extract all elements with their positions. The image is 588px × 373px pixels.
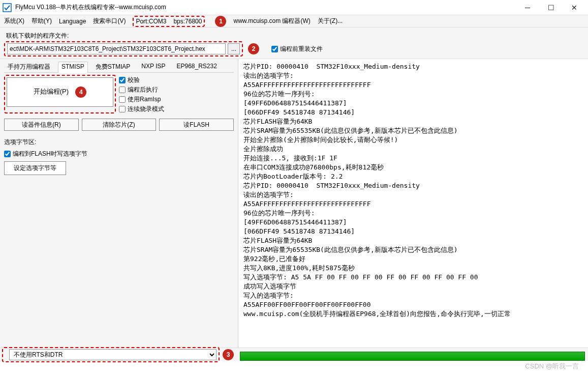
tabs: 手持万用编程器 STMISP 免费STMIAP NXP ISP EP968_RS… xyxy=(4,61,234,73)
set-option-bytes-button[interactable]: 设定选项字节等 xyxy=(4,161,66,175)
annotation-badge-4: 4 xyxy=(75,87,86,98)
minimize-button[interactable]: ─ xyxy=(516,0,539,15)
browse-button[interactable]: ... xyxy=(228,43,240,54)
combo-highlight: 不使用RTS和DTR xyxy=(2,347,220,362)
file-path-input[interactable] xyxy=(7,43,226,54)
program-row: 开始编程(P) 4 校验 编程后执行 使用RamIsp 连续烧录模式 xyxy=(4,75,234,113)
cb-verify[interactable]: 校验 xyxy=(119,76,164,84)
tab-stmisp[interactable]: STMISP xyxy=(58,62,88,73)
close-button[interactable]: ✕ xyxy=(563,0,586,15)
annotation-badge-1: 1 xyxy=(215,16,226,27)
dtr-rts-combo[interactable]: 不使用RTS和DTR xyxy=(9,349,216,360)
progress-bar xyxy=(240,352,585,361)
cb-ramisp[interactable]: 使用RamIsp xyxy=(119,95,164,104)
tab-nxpisp[interactable]: NXP ISP xyxy=(138,61,169,72)
log-panel[interactable]: 芯片PID: 00000410 STM32F10xxx_Medium-densi… xyxy=(238,59,588,348)
menu-search-port[interactable]: 搜索串口(V) xyxy=(93,17,126,25)
titlebar: FlyMcu V0.188--单片机在线编程专家--www.mcuisp.com… xyxy=(0,0,588,15)
menu-system[interactable]: 系统(X) xyxy=(4,17,24,25)
reload-checkbox[interactable] xyxy=(271,46,278,52)
watermark: CSDN @听我一言 xyxy=(525,362,579,371)
file-path-highlight: ... xyxy=(4,41,243,56)
left-panel: 手持万用编程器 STMISP 免费STMIAP NXP ISP EP968_RS… xyxy=(0,59,238,348)
port-bps-highlight: Port:COM3 bps:76800 xyxy=(133,16,205,27)
menu-language[interactable]: Language xyxy=(59,18,86,25)
read-info-button[interactable]: 读器件信息(R) xyxy=(4,119,79,131)
file-section: 联机下载时的程序文件: ... 2 编程前重装文件 xyxy=(0,27,588,59)
erase-chip-button[interactable]: 清除芯片(Z) xyxy=(82,119,157,131)
program-options: 校验 编程后执行 使用RamIsp 连续烧录模式 xyxy=(119,75,164,113)
maximize-button[interactable]: ☐ xyxy=(539,0,563,15)
file-label: 联机下载时的程序文件: xyxy=(6,32,584,40)
tab-stmiap[interactable]: 免费STMIAP xyxy=(92,61,134,72)
action-buttons-row: 读器件信息(R) 清除芯片(Z) 读FLASH xyxy=(4,119,234,131)
menu-programmer[interactable]: www.mcuisp.com 编程器(W) xyxy=(233,17,310,25)
start-program-label: 开始编程(P) xyxy=(34,88,69,95)
cb-continuous[interactable]: 连续烧录模式 xyxy=(119,105,164,113)
annotation-badge-2: 2 xyxy=(248,43,259,54)
tab-handheld[interactable]: 手持万用编程器 xyxy=(4,61,54,72)
app-icon xyxy=(2,3,12,13)
menu-about[interactable]: 关于(Z)... xyxy=(318,17,343,25)
main-area: 手持万用编程器 STMISP 免费STMIAP NXP ISP EP968_RS… xyxy=(0,59,588,348)
menu-help[interactable]: 帮助(Y) xyxy=(32,17,52,25)
svg-rect-0 xyxy=(3,4,11,12)
reload-checkbox-row[interactable]: 编程前重装文件 xyxy=(271,45,323,53)
start-prog-highlight: 开始编程(P) 4 xyxy=(4,75,116,113)
read-flash-button[interactable]: 读FLASH xyxy=(159,119,234,131)
cb-run-after[interactable]: 编程后执行 xyxy=(119,85,164,94)
tab-ep968[interactable]: EP968_RS232 xyxy=(173,61,220,72)
option-bytes-title: 选项字节区: xyxy=(4,138,234,147)
cb-write-option-bytes[interactable]: 编程到FLASH时写选项字节 xyxy=(4,150,234,158)
start-program-button[interactable]: 开始编程(P) 4 xyxy=(7,77,113,107)
menu-bps[interactable]: bps:76800 xyxy=(173,18,202,25)
menu-port[interactable]: Port:COM3 xyxy=(136,18,166,25)
reload-label: 编程前重装文件 xyxy=(280,45,323,53)
window-title: FlyMcu V0.188--单片机在线编程专家--www.mcuisp.com xyxy=(15,3,516,12)
annotation-badge-3: 3 xyxy=(223,349,234,360)
menubar: 系统(X) 帮助(Y) Language 搜索串口(V) Port:COM3 b… xyxy=(0,15,588,27)
option-bytes-group: 选项字节区: 编程到FLASH时写选项字节 设定选项字节等 xyxy=(4,138,234,175)
